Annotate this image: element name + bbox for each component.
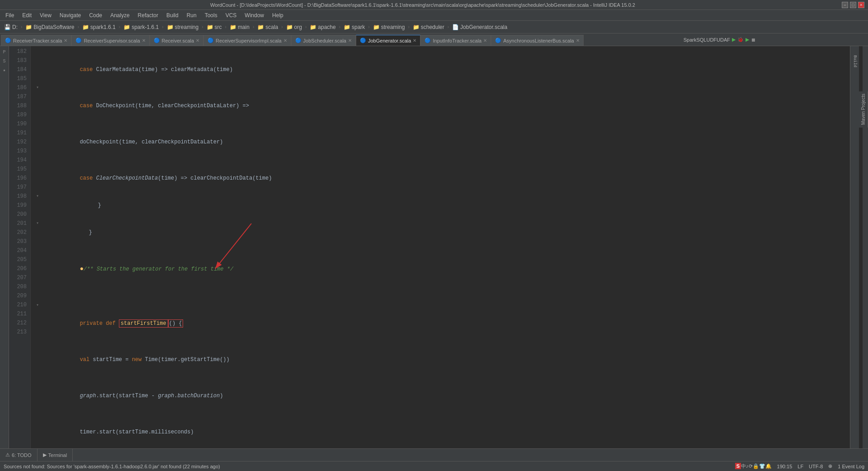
folder-icon-11: 📁 — [373, 24, 380, 30]
bottom-tab-terminal[interactable]: ▶ Terminal — [38, 449, 73, 461]
nav-item-src[interactable]: 📁 src — [204, 23, 224, 31]
code-line-193: timer.start(startTime.milliseconds) — [34, 409, 863, 446]
sidebar-structure-icon[interactable]: S — [0, 57, 9, 65]
sougou-icon: S中♪⟳🔒👕🔔 — [735, 463, 772, 470]
code-content[interactable]: case ClearMetadata(time) => clearMetadat… — [31, 46, 863, 448]
tab-close-asynclistenerbus[interactable]: ✕ — [576, 38, 580, 43]
terminal-icon: ▶ — [43, 452, 47, 458]
window-controls: − □ ✕ — [842, 2, 864, 8]
code-line-183: ▾ case DoCheckpoint(time, clearCheckpoin… — [34, 83, 863, 119]
tab-receiver[interactable]: 🔵 Receiver.scala ✕ — [150, 35, 204, 46]
menu-bar: File Edit View Navigate Code Analyze Ref… — [0, 10, 868, 21]
nav-bar: 💾 D: › 📁 BigDataSoftware › 📁 spark1.6.1 … — [0, 21, 868, 33]
scala-icon-7: 🔵 — [425, 38, 431, 43]
menu-view[interactable]: View — [36, 11, 55, 19]
warning-icon: ⚠ — [5, 452, 10, 458]
maximize-button[interactable]: □ — [850, 2, 856, 8]
tab-close-receiver[interactable]: ✕ — [196, 38, 199, 43]
cursor-position: 190:15 — [777, 464, 793, 469]
run-icon[interactable]: ▶ — [732, 37, 736, 43]
code-line-187: ▾ } — [34, 219, 863, 246]
status-right: S中♪⟳🔒👕🔔 190:15 LF UTF-8 ⊕ 1 Event Log — [735, 463, 864, 470]
sidebar-right-build-icon[interactable]: Build — [851, 48, 859, 75]
tab-close-receiversupervisorimpl[interactable]: ✕ — [283, 38, 287, 43]
bottom-tab-todo[interactable]: ⚠ 6: TODO — [0, 449, 38, 461]
nav-item-org[interactable]: 📁 org — [284, 23, 304, 31]
scala-icon-2: 🔵 — [75, 38, 82, 43]
run-with-coverage-icon[interactable]: ▶ — [745, 37, 749, 43]
tab-close-jobscheduler[interactable]: ✕ — [348, 38, 352, 43]
code-line-192: graph.start(startTime - graph.batchDurat… — [34, 373, 863, 409]
nav-item-bigdata[interactable]: 📁 BigDataSoftware — [23, 23, 76, 31]
debug-icon[interactable]: 🐞 — [737, 37, 744, 43]
scala-icon-4: 🔵 — [208, 38, 214, 43]
tab-jobscheduler[interactable]: 🔵 JobScheduler.scala ✕ — [291, 35, 356, 46]
folder-icon-12: 📁 — [413, 24, 420, 30]
nav-item-main[interactable]: 📁 main — [227, 23, 252, 31]
stop-icon[interactable]: ⏹ — [751, 37, 756, 43]
run-toolbar: SparkSQLUDFUDAF ▶ 🐞 ▶ ⏹ — [680, 33, 760, 46]
encoding: UTF-8 — [809, 464, 823, 469]
folder-icon-4: 📁 — [167, 24, 174, 30]
tab-inputinfotracker[interactable]: 🔵 InputInfoTracker.scala ✕ — [420, 35, 491, 46]
minimize-button[interactable]: − — [842, 2, 848, 8]
nav-item-scheduler[interactable]: 📁 scheduler — [410, 23, 447, 31]
file-icon: 📄 — [452, 24, 459, 30]
code-line-189: ●/** Starts the generator for the first … — [34, 255, 863, 301]
folder-icon-6: 📁 — [230, 24, 236, 30]
sidebar-project-icon[interactable]: P — [0, 48, 9, 56]
menu-edit[interactable]: Edit — [19, 11, 35, 19]
nav-item-streaming[interactable]: 📁 streaming — [165, 23, 201, 31]
nav-item-jobgenerator[interactable]: 📄 JobGenerator.scala — [450, 23, 509, 31]
menu-navigate[interactable]: Navigate — [56, 11, 85, 19]
tab-close-receiversupervisor[interactable]: ✕ — [142, 38, 146, 43]
tab-jobgenerator[interactable]: 🔵 JobGenerator.scala ✕ — [356, 35, 420, 46]
code-line-186: ▾ } — [34, 192, 863, 219]
nav-item-spark161[interactable]: 📁 spark1.6.1 — [80, 23, 118, 31]
code-line-191: val startTime = new Time(timer.getStartT… — [34, 337, 863, 373]
tab-receiversupervisorimpl[interactable]: 🔵 ReceiverSupervisorImpl.scala ✕ — [203, 35, 291, 46]
drive-icon: 💾 — [4, 24, 11, 30]
status-bar: Sources not found: Sources for 'spark-as… — [0, 461, 868, 471]
scala-icon: 🔵 — [5, 38, 11, 43]
tab-close-receivertracker[interactable]: ✕ — [64, 38, 67, 43]
menu-code[interactable]: Code — [85, 11, 106, 19]
menu-analyze[interactable]: Analyze — [107, 11, 133, 19]
menu-tools[interactable]: Tools — [201, 11, 221, 19]
tab-close-inputinfotracker[interactable]: ✕ — [483, 38, 487, 43]
nav-item-spark[interactable]: 📁 spark-1.6.1 — [121, 23, 161, 31]
menu-window[interactable]: Window — [241, 11, 268, 19]
folder-icon-7: 📁 — [257, 24, 264, 30]
status-message: Sources not found: Sources for 'spark-as… — [4, 464, 220, 469]
menu-build[interactable]: Build — [163, 11, 182, 19]
nav-item-d[interactable]: 💾 D: — [2, 23, 20, 31]
nav-item-spark2[interactable]: 📁 spark — [341, 23, 367, 31]
menu-vcs[interactable]: VCS — [222, 11, 241, 19]
status-left: Sources not found: Sources for 'spark-as… — [4, 464, 220, 469]
maven-projects-panel[interactable]: Maven Projects — [859, 91, 868, 128]
folder-icon-9: 📁 — [310, 24, 316, 30]
close-button[interactable]: ✕ — [858, 2, 864, 8]
nav-item-scala[interactable]: 📁 scala — [255, 23, 280, 31]
menu-refactor[interactable]: Refactor — [134, 11, 162, 19]
menu-run[interactable]: Run — [183, 11, 200, 19]
folder-icon-8: 📁 — [286, 24, 293, 30]
menu-help[interactable]: Help — [269, 11, 287, 19]
bottom-tabs: ⚠ 6: TODO ▶ Terminal — [0, 448, 868, 461]
run-config-name: SparkSQLUDFUDAF — [684, 37, 730, 43]
tab-asynclistenerbus[interactable]: 🔵 AsynchronousListenerBus.scala ✕ — [491, 35, 584, 46]
tab-receiversupervisor[interactable]: 🔵 ReceiverSupervisor.scala ✕ — [71, 35, 149, 46]
scala-icon-6: 🔵 — [360, 38, 366, 43]
folder-icon-10: 📁 — [344, 24, 350, 30]
tab-receivertracker[interactable]: 🔵 ReceiverTracker.scala ✕ — [1, 35, 71, 46]
event-log[interactable]: 1 Event Log — [838, 464, 864, 469]
nav-item-streaming2[interactable]: 📁 streaming — [371, 23, 407, 31]
menu-file[interactable]: File — [2, 11, 18, 19]
zoom-icon[interactable]: ⊕ — [828, 463, 832, 469]
line-numbers: 182 183 184 185 186 187 188 189 190 191 … — [9, 46, 31, 448]
sidebar-favorites-icon[interactable]: ★ — [0, 66, 9, 74]
nav-item-apache[interactable]: 📁 apache — [307, 23, 338, 31]
tab-close-jobgenerator[interactable]: ✕ — [413, 38, 416, 43]
code-line-188 — [34, 246, 863, 255]
folder-icon-5: 📁 — [207, 24, 213, 30]
